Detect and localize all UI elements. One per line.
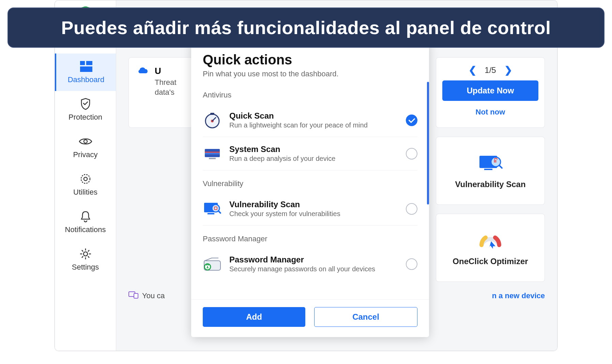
sidebar-item-label: Notifications	[65, 225, 106, 234]
feature-card-label: OneClick Optimizer	[453, 257, 528, 266]
vuln-scan-icon	[477, 152, 504, 173]
pager: ❮ 1/5 ❯	[469, 64, 512, 76]
qa-item-quick-scan[interactable]: Quick Scan Run a lightweight scan for yo…	[203, 104, 417, 137]
update-card-line1: Threat	[155, 78, 177, 87]
svg-point-6	[83, 252, 88, 256]
feature-card-oneclick-optimizer[interactable]: OneClick Optimizer	[436, 214, 545, 282]
devices-icon	[128, 291, 139, 301]
qa-toggle-quick-scan[interactable]	[406, 115, 417, 126]
vulnscan-icon	[203, 200, 222, 218]
qa-desc: Run a lightweight scan for your peace of…	[229, 121, 398, 129]
svg-rect-14	[210, 113, 214, 115]
svg-point-3	[84, 140, 87, 143]
svg-point-5	[84, 177, 87, 181]
quickscan-icon	[203, 111, 222, 129]
qa-desc: Securely manage passwords on all your de…	[229, 265, 398, 273]
app-window: Dashboard Protection Privacy Utilities	[55, 0, 557, 351]
qa-toggle-system-scan[interactable]	[406, 148, 417, 160]
sidebar-item-label: Settings	[72, 263, 99, 272]
update-card-line2: data's	[155, 88, 174, 96]
feature-card-label: Vulnerability Scan	[455, 180, 525, 189]
cancel-button[interactable]: Cancel	[314, 307, 417, 327]
update-prompt-card: ❮ 1/5 ❯ Update Now Not now	[436, 57, 545, 128]
notifications-icon	[79, 210, 92, 223]
settings-icon	[79, 247, 92, 261]
modal-subtitle: Pin what you use most to the dashboard.	[203, 70, 417, 78]
qa-item-vulnerability-scan[interactable]: Vulnerability Scan Check your system for…	[203, 192, 417, 226]
sidebar-item-dashboard[interactable]: Dashboard	[55, 54, 116, 91]
modal-scrollbar[interactable]	[427, 82, 429, 204]
svg-rect-11	[134, 293, 138, 298]
svg-rect-2	[80, 66, 92, 72]
svg-rect-1	[86, 61, 92, 65]
qa-item-system-scan[interactable]: System Scan Run a deep analysis of your …	[203, 137, 417, 170]
add-button[interactable]: Add	[203, 307, 305, 327]
sidebar: Dashboard Protection Privacy Utilities	[55, 0, 116, 351]
qa-desc: Run a deep analysis of your device	[229, 155, 398, 163]
svg-rect-0	[80, 61, 85, 65]
dashboard-icon	[79, 60, 93, 73]
quick-actions-modal: Quick actions Pin what you use most to t…	[191, 41, 429, 337]
qa-item-password-manager[interactable]: Password Manager Securely manage passwor…	[203, 247, 417, 280]
pager-next-icon[interactable]: ❯	[504, 64, 512, 76]
utilities-icon	[79, 172, 92, 186]
sidebar-item-settings[interactable]: Settings	[55, 241, 116, 278]
qa-toggle-password-manager[interactable]	[406, 258, 417, 270]
sidebar-item-label: Utilities	[73, 188, 97, 197]
svg-rect-18	[209, 158, 216, 159]
sidebar-item-notifications[interactable]: Notifications	[55, 203, 116, 241]
sidebar-item-label: Protection	[68, 113, 102, 122]
pwmanager-icon	[203, 255, 222, 273]
cloud-update-icon	[137, 66, 149, 77]
pager-text: 1/5	[485, 65, 496, 75]
sidebar-item-protection[interactable]: Protection	[55, 91, 116, 128]
svg-point-4	[81, 175, 90, 183]
oneclick-icon	[477, 229, 504, 251]
feature-card-vulnerability-scan[interactable]: Vulnerability Scan	[436, 137, 545, 205]
update-card-title: U	[155, 66, 177, 76]
sidebar-item-label: Privacy	[73, 150, 97, 159]
protection-icon	[79, 97, 92, 111]
section-label-vulnerability: Vulnerability	[203, 179, 417, 188]
section-label-password-manager: Password Manager	[203, 234, 417, 243]
svg-rect-8	[484, 169, 492, 170]
sidebar-item-utilities[interactable]: Utilities	[55, 166, 116, 203]
footer-link[interactable]: n a new device	[492, 291, 545, 300]
sidebar-item-privacy[interactable]: Privacy	[55, 128, 116, 166]
footer-text: You ca	[142, 291, 165, 300]
sidebar-item-label: Dashboard	[68, 75, 105, 84]
not-now-button[interactable]: Not now	[476, 106, 505, 119]
svg-rect-17	[205, 152, 220, 153]
qa-title: Vulnerability Scan	[229, 200, 398, 209]
pager-prev-icon[interactable]: ❮	[469, 64, 476, 76]
annotation-banner: Puedes añadir más funcionalidades al pan…	[7, 7, 605, 48]
update-now-button[interactable]: Update Now	[442, 80, 538, 101]
section-label-antivirus: Antivirus	[203, 91, 417, 100]
qa-desc: Check your system for vulnerabilities	[229, 210, 398, 218]
svg-rect-20	[208, 213, 214, 214]
qa-toggle-vulnerability-scan[interactable]	[406, 203, 417, 215]
qa-title: System Scan	[229, 145, 398, 154]
systemscan-icon	[203, 145, 222, 163]
privacy-icon	[79, 135, 92, 148]
qa-title: Password Manager	[229, 255, 398, 264]
qa-title: Quick Scan	[229, 111, 398, 121]
modal-title: Quick actions	[203, 52, 417, 67]
